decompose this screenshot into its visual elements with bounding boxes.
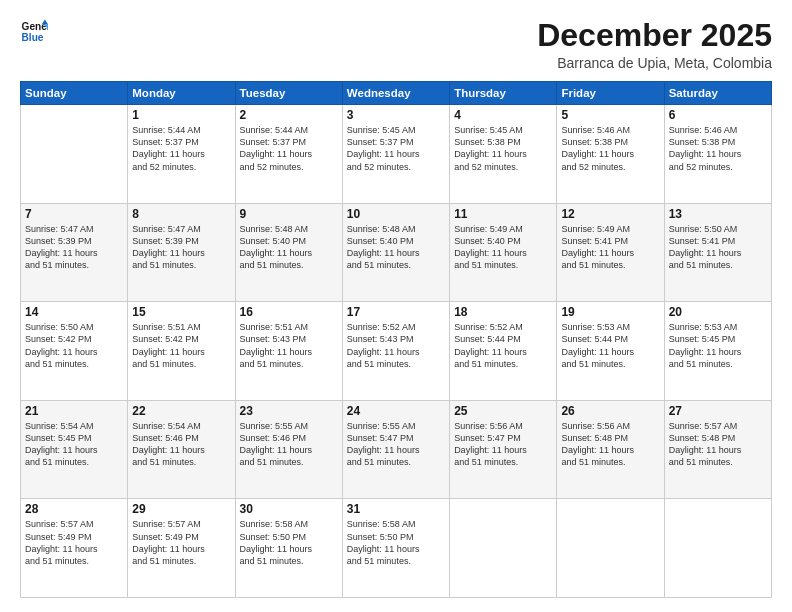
calendar-cell: 22Sunrise: 5:54 AMSunset: 5:46 PMDayligh… <box>128 400 235 499</box>
day-info: Sunrise: 5:50 AMSunset: 5:41 PMDaylight:… <box>669 223 767 272</box>
day-info: Sunrise: 5:46 AMSunset: 5:38 PMDaylight:… <box>561 124 659 173</box>
day-number: 12 <box>561 207 659 221</box>
day-info: Sunrise: 5:51 AMSunset: 5:42 PMDaylight:… <box>132 321 230 370</box>
day-info: Sunrise: 5:48 AMSunset: 5:40 PMDaylight:… <box>347 223 445 272</box>
day-number: 28 <box>25 502 123 516</box>
calendar-cell: 21Sunrise: 5:54 AMSunset: 5:45 PMDayligh… <box>21 400 128 499</box>
day-info: Sunrise: 5:58 AMSunset: 5:50 PMDaylight:… <box>347 518 445 567</box>
day-header-thursday: Thursday <box>450 82 557 105</box>
calendar-cell <box>664 499 771 598</box>
calendar-cell: 30Sunrise: 5:58 AMSunset: 5:50 PMDayligh… <box>235 499 342 598</box>
calendar-cell: 24Sunrise: 5:55 AMSunset: 5:47 PMDayligh… <box>342 400 449 499</box>
calendar-cell: 2Sunrise: 5:44 AMSunset: 5:37 PMDaylight… <box>235 105 342 204</box>
day-info: Sunrise: 5:48 AMSunset: 5:40 PMDaylight:… <box>240 223 338 272</box>
calendar-cell: 31Sunrise: 5:58 AMSunset: 5:50 PMDayligh… <box>342 499 449 598</box>
week-row-2: 7Sunrise: 5:47 AMSunset: 5:39 PMDaylight… <box>21 203 772 302</box>
day-header-sunday: Sunday <box>21 82 128 105</box>
day-number: 1 <box>132 108 230 122</box>
day-number: 16 <box>240 305 338 319</box>
day-number: 11 <box>454 207 552 221</box>
calendar-cell: 7Sunrise: 5:47 AMSunset: 5:39 PMDaylight… <box>21 203 128 302</box>
day-number: 14 <box>25 305 123 319</box>
day-info: Sunrise: 5:55 AMSunset: 5:46 PMDaylight:… <box>240 420 338 469</box>
calendar-cell: 17Sunrise: 5:52 AMSunset: 5:43 PMDayligh… <box>342 302 449 401</box>
day-number: 7 <box>25 207 123 221</box>
title-block: December 2025 Barranca de Upia, Meta, Co… <box>537 18 772 71</box>
calendar-table: SundayMondayTuesdayWednesdayThursdayFrid… <box>20 81 772 598</box>
day-number: 9 <box>240 207 338 221</box>
calendar-cell <box>450 499 557 598</box>
day-number: 24 <box>347 404 445 418</box>
day-number: 13 <box>669 207 767 221</box>
calendar-cell: 23Sunrise: 5:55 AMSunset: 5:46 PMDayligh… <box>235 400 342 499</box>
day-info: Sunrise: 5:49 AMSunset: 5:41 PMDaylight:… <box>561 223 659 272</box>
calendar-cell: 12Sunrise: 5:49 AMSunset: 5:41 PMDayligh… <box>557 203 664 302</box>
day-header-saturday: Saturday <box>664 82 771 105</box>
logo: General Blue <box>20 18 48 46</box>
day-number: 17 <box>347 305 445 319</box>
day-info: Sunrise: 5:56 AMSunset: 5:48 PMDaylight:… <box>561 420 659 469</box>
day-info: Sunrise: 5:55 AMSunset: 5:47 PMDaylight:… <box>347 420 445 469</box>
day-number: 23 <box>240 404 338 418</box>
day-number: 4 <box>454 108 552 122</box>
day-header-wednesday: Wednesday <box>342 82 449 105</box>
day-info: Sunrise: 5:56 AMSunset: 5:47 PMDaylight:… <box>454 420 552 469</box>
day-number: 27 <box>669 404 767 418</box>
day-number: 22 <box>132 404 230 418</box>
day-info: Sunrise: 5:47 AMSunset: 5:39 PMDaylight:… <box>25 223 123 272</box>
calendar-cell: 16Sunrise: 5:51 AMSunset: 5:43 PMDayligh… <box>235 302 342 401</box>
day-info: Sunrise: 5:51 AMSunset: 5:43 PMDaylight:… <box>240 321 338 370</box>
calendar-cell: 10Sunrise: 5:48 AMSunset: 5:40 PMDayligh… <box>342 203 449 302</box>
week-row-3: 14Sunrise: 5:50 AMSunset: 5:42 PMDayligh… <box>21 302 772 401</box>
calendar-cell <box>21 105 128 204</box>
day-number: 8 <box>132 207 230 221</box>
location: Barranca de Upia, Meta, Colombia <box>537 55 772 71</box>
day-number: 30 <box>240 502 338 516</box>
calendar-cell: 29Sunrise: 5:57 AMSunset: 5:49 PMDayligh… <box>128 499 235 598</box>
day-info: Sunrise: 5:57 AMSunset: 5:49 PMDaylight:… <box>25 518 123 567</box>
calendar-cell <box>557 499 664 598</box>
calendar-cell: 28Sunrise: 5:57 AMSunset: 5:49 PMDayligh… <box>21 499 128 598</box>
day-info: Sunrise: 5:58 AMSunset: 5:50 PMDaylight:… <box>240 518 338 567</box>
week-row-1: 1Sunrise: 5:44 AMSunset: 5:37 PMDaylight… <box>21 105 772 204</box>
day-number: 19 <box>561 305 659 319</box>
calendar-cell: 15Sunrise: 5:51 AMSunset: 5:42 PMDayligh… <box>128 302 235 401</box>
calendar-cell: 18Sunrise: 5:52 AMSunset: 5:44 PMDayligh… <box>450 302 557 401</box>
calendar-cell: 27Sunrise: 5:57 AMSunset: 5:48 PMDayligh… <box>664 400 771 499</box>
logo-icon: General Blue <box>20 18 48 46</box>
day-number: 21 <box>25 404 123 418</box>
day-info: Sunrise: 5:53 AMSunset: 5:45 PMDaylight:… <box>669 321 767 370</box>
day-info: Sunrise: 5:57 AMSunset: 5:49 PMDaylight:… <box>132 518 230 567</box>
day-info: Sunrise: 5:57 AMSunset: 5:48 PMDaylight:… <box>669 420 767 469</box>
day-header-tuesday: Tuesday <box>235 82 342 105</box>
page: General Blue December 2025 Barranca de U… <box>0 0 792 612</box>
day-header-monday: Monday <box>128 82 235 105</box>
day-number: 2 <box>240 108 338 122</box>
calendar-cell: 6Sunrise: 5:46 AMSunset: 5:38 PMDaylight… <box>664 105 771 204</box>
day-number: 18 <box>454 305 552 319</box>
day-info: Sunrise: 5:50 AMSunset: 5:42 PMDaylight:… <box>25 321 123 370</box>
calendar-cell: 25Sunrise: 5:56 AMSunset: 5:47 PMDayligh… <box>450 400 557 499</box>
calendar-cell: 19Sunrise: 5:53 AMSunset: 5:44 PMDayligh… <box>557 302 664 401</box>
calendar-cell: 11Sunrise: 5:49 AMSunset: 5:40 PMDayligh… <box>450 203 557 302</box>
day-info: Sunrise: 5:45 AMSunset: 5:38 PMDaylight:… <box>454 124 552 173</box>
calendar-cell: 4Sunrise: 5:45 AMSunset: 5:38 PMDaylight… <box>450 105 557 204</box>
day-info: Sunrise: 5:46 AMSunset: 5:38 PMDaylight:… <box>669 124 767 173</box>
day-number: 25 <box>454 404 552 418</box>
header: General Blue December 2025 Barranca de U… <box>20 18 772 71</box>
calendar-cell: 9Sunrise: 5:48 AMSunset: 5:40 PMDaylight… <box>235 203 342 302</box>
header-row: SundayMondayTuesdayWednesdayThursdayFrid… <box>21 82 772 105</box>
day-number: 20 <box>669 305 767 319</box>
week-row-5: 28Sunrise: 5:57 AMSunset: 5:49 PMDayligh… <box>21 499 772 598</box>
day-number: 3 <box>347 108 445 122</box>
day-number: 5 <box>561 108 659 122</box>
day-number: 31 <box>347 502 445 516</box>
month-title: December 2025 <box>537 18 772 53</box>
day-number: 15 <box>132 305 230 319</box>
day-info: Sunrise: 5:44 AMSunset: 5:37 PMDaylight:… <box>240 124 338 173</box>
day-number: 29 <box>132 502 230 516</box>
day-info: Sunrise: 5:49 AMSunset: 5:40 PMDaylight:… <box>454 223 552 272</box>
calendar-cell: 20Sunrise: 5:53 AMSunset: 5:45 PMDayligh… <box>664 302 771 401</box>
day-number: 10 <box>347 207 445 221</box>
day-header-friday: Friday <box>557 82 664 105</box>
